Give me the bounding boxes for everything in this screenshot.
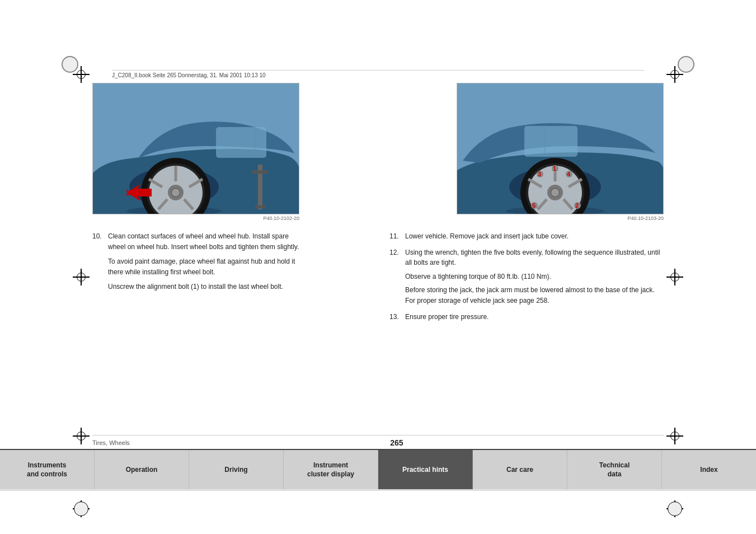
svg-rect-4 [252, 170, 268, 174]
svg-text:3: 3 [538, 171, 541, 177]
file-header: J_C208_II.book Seite 265 Donnerstag, 31.… [112, 70, 644, 78]
nav-technical-data[interactable]: Technical data [567, 450, 662, 489]
instruction-13-p1: Ensure proper tire pressure. [405, 312, 489, 322]
svg-text:2: 2 [575, 202, 579, 209]
instructions-left: 10. Clean contact surfaces of wheel and … [92, 231, 299, 322]
svg-rect-19 [255, 128, 256, 156]
instruction-10-text: Clean contact surfaces of wheel and whee… [108, 231, 299, 292]
instruction-10-p2: To avoid paint damage, place wheel flat … [108, 256, 299, 277]
images-row: 1 P40.10-2102-20 [92, 83, 664, 221]
nav-car-care[interactable]: Car care [473, 450, 567, 489]
instructions-right: 11. Lower vehicle. Remove jack and inser… [389, 231, 664, 322]
nav-operation[interactable]: Operation [95, 450, 189, 489]
svg-point-35 [551, 189, 559, 196]
main-content: 1 P40.10-2102-20 [92, 83, 664, 322]
nav-instrument-cluster-display[interactable]: Instrument cluster display [284, 450, 378, 489]
page-number: 265 [390, 438, 403, 447]
file-header-text: J_C208_II.book Seite 265 Donnerstag, 31.… [112, 72, 266, 78]
instruction-10: 10. Clean contact surfaces of wheel and … [92, 231, 299, 292]
svg-rect-23 [524, 126, 577, 157]
nav-bar: Instruments and controls Operation Drivi… [0, 449, 756, 489]
nav-index[interactable]: Index [662, 450, 756, 489]
instruction-13: 13. Ensure proper tire pressure. [389, 312, 664, 322]
car-image-right: 1 2 3 4 5 [457, 83, 664, 214]
svg-text:1: 1 [553, 165, 556, 172]
page-bar: Tires, Wheels 265 [92, 435, 664, 447]
instruction-11-num: 11. [389, 231, 402, 242]
svg-text:5: 5 [532, 202, 536, 209]
image-block-left: 1 P40.10-2102-20 [92, 83, 299, 221]
instruction-10-p1: Clean contact surfaces of wheel and whee… [108, 231, 299, 252]
instruction-12-p1: Using the wrench, tighten the five bolts… [405, 247, 664, 268]
car-illustration-left: 1 [93, 83, 299, 214]
svg-text:1: 1 [125, 188, 130, 197]
instruction-11-text: Lower vehicle. Remove jack and insert ja… [405, 231, 569, 242]
instruction-13-text: Ensure proper tire pressure. [405, 312, 489, 322]
instruction-10-num: 10. [92, 231, 105, 292]
instruction-12-p2: Observe a tightening torque of 80 ft.lb.… [405, 271, 664, 282]
instruction-11: 11. Lower vehicle. Remove jack and inser… [389, 231, 664, 242]
instruction-10-p3: Unscrew the alignment bolt (1) to instal… [108, 282, 299, 292]
svg-text:4: 4 [567, 171, 571, 177]
image-caption-right: P40.10-2103-20 [457, 216, 664, 221]
instructions-row: 10. Clean contact surfaces of wheel and … [92, 231, 664, 322]
instruction-12-text: Using the wrench, tighten the five bolts… [405, 247, 664, 306]
car-image-left: 1 [92, 83, 299, 214]
instruction-12-num: 12. [389, 247, 402, 306]
nav-instruments-and-controls[interactable]: Instruments and controls [0, 450, 95, 489]
instruction-12: 12. Using the wrench, tighten the five b… [389, 247, 664, 306]
bottom-border [0, 490, 756, 490]
car-illustration-right: 1 2 3 4 5 [457, 83, 664, 214]
image-caption-left: P40.10-2102-20 [92, 216, 299, 221]
svg-rect-18 [216, 127, 266, 158]
svg-rect-5 [255, 205, 265, 208]
svg-rect-24 [544, 127, 545, 155]
instruction-11-p1: Lower vehicle. Remove jack and insert ja… [405, 231, 569, 242]
image-block-right: 1 2 3 4 5 P40.10-2103-20 [457, 83, 664, 221]
nav-practical-hints[interactable]: Practical hints [378, 450, 473, 489]
instruction-13-num: 13. [389, 312, 402, 322]
svg-point-16 [172, 189, 180, 196]
nav-driving[interactable]: Driving [189, 450, 284, 489]
section-label: Tires, Wheels [92, 439, 130, 446]
instruction-12-p3: Before storing the jack, the jack arm mu… [405, 285, 664, 306]
